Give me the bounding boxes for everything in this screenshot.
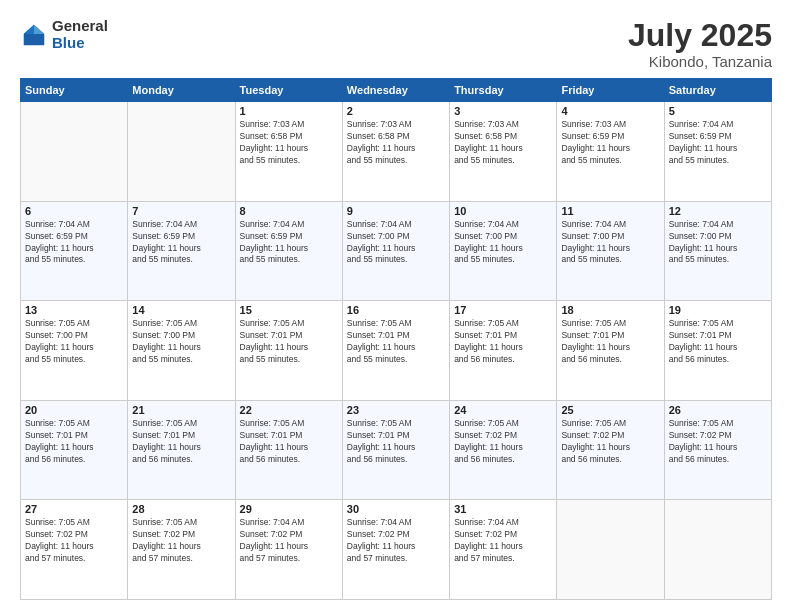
table-row: 3Sunrise: 7:03 AMSunset: 6:58 PMDaylight… xyxy=(450,102,557,202)
day-number: 12 xyxy=(669,205,767,217)
day-detail: Sunrise: 7:05 AMSunset: 7:01 PMDaylight:… xyxy=(25,418,123,466)
day-number: 20 xyxy=(25,404,123,416)
day-number: 27 xyxy=(25,503,123,515)
day-number: 14 xyxy=(132,304,230,316)
table-row: 8Sunrise: 7:04 AMSunset: 6:59 PMDaylight… xyxy=(235,201,342,301)
day-number: 30 xyxy=(347,503,445,515)
day-number: 7 xyxy=(132,205,230,217)
table-row: 11Sunrise: 7:04 AMSunset: 7:00 PMDayligh… xyxy=(557,201,664,301)
day-detail: Sunrise: 7:05 AMSunset: 7:02 PMDaylight:… xyxy=(454,418,552,466)
day-number: 22 xyxy=(240,404,338,416)
table-row: 4Sunrise: 7:03 AMSunset: 6:59 PMDaylight… xyxy=(557,102,664,202)
day-detail: Sunrise: 7:03 AMSunset: 6:58 PMDaylight:… xyxy=(454,119,552,167)
day-number: 26 xyxy=(669,404,767,416)
table-row: 28Sunrise: 7:05 AMSunset: 7:02 PMDayligh… xyxy=(128,500,235,600)
calendar-week-5: 27Sunrise: 7:05 AMSunset: 7:02 PMDayligh… xyxy=(21,500,772,600)
day-detail: Sunrise: 7:04 AMSunset: 7:00 PMDaylight:… xyxy=(347,219,445,267)
day-number: 16 xyxy=(347,304,445,316)
day-detail: Sunrise: 7:05 AMSunset: 7:01 PMDaylight:… xyxy=(347,418,445,466)
table-row: 18Sunrise: 7:05 AMSunset: 7:01 PMDayligh… xyxy=(557,301,664,401)
table-row xyxy=(664,500,771,600)
table-row: 13Sunrise: 7:05 AMSunset: 7:00 PMDayligh… xyxy=(21,301,128,401)
col-sunday: Sunday xyxy=(21,79,128,102)
day-number: 4 xyxy=(561,105,659,117)
calendar-week-1: 1Sunrise: 7:03 AMSunset: 6:58 PMDaylight… xyxy=(21,102,772,202)
logo-general-text: General xyxy=(52,18,108,35)
day-detail: Sunrise: 7:05 AMSunset: 7:01 PMDaylight:… xyxy=(347,318,445,366)
day-detail: Sunrise: 7:03 AMSunset: 6:59 PMDaylight:… xyxy=(561,119,659,167)
table-row: 20Sunrise: 7:05 AMSunset: 7:01 PMDayligh… xyxy=(21,400,128,500)
title-location: Kibondo, Tanzania xyxy=(628,53,772,70)
table-row: 2Sunrise: 7:03 AMSunset: 6:58 PMDaylight… xyxy=(342,102,449,202)
day-number: 9 xyxy=(347,205,445,217)
table-row: 1Sunrise: 7:03 AMSunset: 6:58 PMDaylight… xyxy=(235,102,342,202)
table-row: 7Sunrise: 7:04 AMSunset: 6:59 PMDaylight… xyxy=(128,201,235,301)
day-detail: Sunrise: 7:04 AMSunset: 6:59 PMDaylight:… xyxy=(132,219,230,267)
col-saturday: Saturday xyxy=(664,79,771,102)
col-wednesday: Wednesday xyxy=(342,79,449,102)
day-detail: Sunrise: 7:05 AMSunset: 7:02 PMDaylight:… xyxy=(132,517,230,565)
day-number: 1 xyxy=(240,105,338,117)
day-detail: Sunrise: 7:04 AMSunset: 7:02 PMDaylight:… xyxy=(454,517,552,565)
logo-text: General Blue xyxy=(52,18,108,51)
day-number: 31 xyxy=(454,503,552,515)
table-row: 27Sunrise: 7:05 AMSunset: 7:02 PMDayligh… xyxy=(21,500,128,600)
table-row: 22Sunrise: 7:05 AMSunset: 7:01 PMDayligh… xyxy=(235,400,342,500)
table-row xyxy=(128,102,235,202)
table-row: 10Sunrise: 7:04 AMSunset: 7:00 PMDayligh… xyxy=(450,201,557,301)
logo: General Blue xyxy=(20,18,108,51)
day-detail: Sunrise: 7:04 AMSunset: 7:00 PMDaylight:… xyxy=(561,219,659,267)
table-row: 30Sunrise: 7:04 AMSunset: 7:02 PMDayligh… xyxy=(342,500,449,600)
day-number: 8 xyxy=(240,205,338,217)
calendar-table: Sunday Monday Tuesday Wednesday Thursday… xyxy=(20,78,772,600)
svg-marker-1 xyxy=(34,24,44,33)
day-detail: Sunrise: 7:05 AMSunset: 7:01 PMDaylight:… xyxy=(561,318,659,366)
day-detail: Sunrise: 7:04 AMSunset: 7:00 PMDaylight:… xyxy=(454,219,552,267)
table-row xyxy=(557,500,664,600)
day-number: 2 xyxy=(347,105,445,117)
col-thursday: Thursday xyxy=(450,79,557,102)
col-friday: Friday xyxy=(557,79,664,102)
day-detail: Sunrise: 7:04 AMSunset: 7:02 PMDaylight:… xyxy=(347,517,445,565)
table-row: 24Sunrise: 7:05 AMSunset: 7:02 PMDayligh… xyxy=(450,400,557,500)
table-row: 12Sunrise: 7:04 AMSunset: 7:00 PMDayligh… xyxy=(664,201,771,301)
table-row: 17Sunrise: 7:05 AMSunset: 7:01 PMDayligh… xyxy=(450,301,557,401)
day-number: 11 xyxy=(561,205,659,217)
logo-icon xyxy=(20,21,48,49)
svg-marker-2 xyxy=(24,24,34,33)
table-row xyxy=(21,102,128,202)
day-detail: Sunrise: 7:04 AMSunset: 7:00 PMDaylight:… xyxy=(669,219,767,267)
logo-blue-text: Blue xyxy=(52,35,108,52)
day-number: 24 xyxy=(454,404,552,416)
day-number: 29 xyxy=(240,503,338,515)
day-detail: Sunrise: 7:05 AMSunset: 7:02 PMDaylight:… xyxy=(561,418,659,466)
day-detail: Sunrise: 7:05 AMSunset: 7:02 PMDaylight:… xyxy=(25,517,123,565)
title-block: July 2025 Kibondo, Tanzania xyxy=(628,18,772,70)
table-row: 23Sunrise: 7:05 AMSunset: 7:01 PMDayligh… xyxy=(342,400,449,500)
day-number: 5 xyxy=(669,105,767,117)
day-number: 18 xyxy=(561,304,659,316)
day-number: 15 xyxy=(240,304,338,316)
calendar-week-4: 20Sunrise: 7:05 AMSunset: 7:01 PMDayligh… xyxy=(21,400,772,500)
day-number: 13 xyxy=(25,304,123,316)
table-row: 31Sunrise: 7:04 AMSunset: 7:02 PMDayligh… xyxy=(450,500,557,600)
day-detail: Sunrise: 7:05 AMSunset: 7:01 PMDaylight:… xyxy=(240,318,338,366)
day-number: 28 xyxy=(132,503,230,515)
day-detail: Sunrise: 7:04 AMSunset: 6:59 PMDaylight:… xyxy=(669,119,767,167)
day-detail: Sunrise: 7:05 AMSunset: 7:01 PMDaylight:… xyxy=(454,318,552,366)
table-row: 9Sunrise: 7:04 AMSunset: 7:00 PMDaylight… xyxy=(342,201,449,301)
day-detail: Sunrise: 7:05 AMSunset: 7:01 PMDaylight:… xyxy=(132,418,230,466)
day-number: 23 xyxy=(347,404,445,416)
day-detail: Sunrise: 7:04 AMSunset: 6:59 PMDaylight:… xyxy=(25,219,123,267)
table-row: 15Sunrise: 7:05 AMSunset: 7:01 PMDayligh… xyxy=(235,301,342,401)
table-row: 5Sunrise: 7:04 AMSunset: 6:59 PMDaylight… xyxy=(664,102,771,202)
day-number: 10 xyxy=(454,205,552,217)
calendar-header-row: Sunday Monday Tuesday Wednesday Thursday… xyxy=(21,79,772,102)
day-detail: Sunrise: 7:04 AMSunset: 7:02 PMDaylight:… xyxy=(240,517,338,565)
col-tuesday: Tuesday xyxy=(235,79,342,102)
title-month: July 2025 xyxy=(628,18,772,53)
day-detail: Sunrise: 7:03 AMSunset: 6:58 PMDaylight:… xyxy=(240,119,338,167)
day-detail: Sunrise: 7:03 AMSunset: 6:58 PMDaylight:… xyxy=(347,119,445,167)
calendar-week-3: 13Sunrise: 7:05 AMSunset: 7:00 PMDayligh… xyxy=(21,301,772,401)
day-detail: Sunrise: 7:05 AMSunset: 7:01 PMDaylight:… xyxy=(240,418,338,466)
